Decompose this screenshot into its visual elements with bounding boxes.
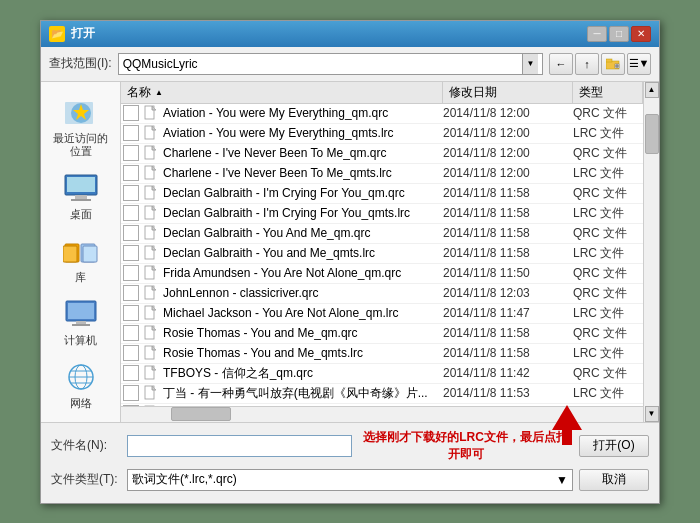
file-checkbox[interactable] — [123, 105, 139, 121]
file-date: 2014/11/8 11:42 — [443, 366, 573, 380]
cancel-button[interactable]: 取消 — [579, 469, 649, 491]
scroll-up-button[interactable]: ▲ — [645, 82, 659, 98]
svg-rect-19 — [72, 324, 90, 326]
file-name: Rosie Thomas - You and Me_qmts.lrc — [163, 346, 443, 360]
file-row[interactable]: JohnLennon - classicriver.qrc2014/11/8 1… — [121, 284, 643, 304]
title-bar-left: 📂 打开 — [49, 25, 95, 42]
svg-rect-17 — [68, 303, 94, 319]
file-date: 2014/11/8 12:00 — [443, 146, 573, 160]
col-type[interactable]: 类型 — [573, 82, 643, 103]
file-type-label: QRC 文件 — [573, 145, 643, 162]
col-name[interactable]: 名称 ▲ — [121, 82, 443, 103]
recent-icon — [63, 94, 99, 130]
file-name: Frida Amundsen - You Are Not Alone_qm.qr… — [163, 266, 443, 280]
file-row[interactable]: Rosie Thomas - You and Me_qm.qrc2014/11/… — [121, 324, 643, 344]
svg-rect-9 — [67, 177, 95, 192]
file-checkbox[interactable] — [123, 125, 139, 141]
file-name: Aviation - You were My Everything_qm.qrc — [163, 106, 443, 120]
col-date-label: 修改日期 — [449, 84, 497, 101]
file-area: 名称 ▲ 修改日期 类型 Aviation - You were My Ever… — [121, 82, 643, 422]
sidebar-item-library[interactable]: 库 — [45, 229, 117, 288]
scroll-down-button[interactable]: ▼ — [645, 406, 659, 422]
file-checkbox[interactable] — [123, 225, 139, 241]
file-row[interactable]: Declan Galbraith - I'm Crying For You_qm… — [121, 204, 643, 224]
hscroll-thumb[interactable] — [171, 407, 231, 421]
col-date[interactable]: 修改日期 — [443, 82, 573, 103]
file-row[interactable]: Aviation - You were My Everything_qmts.l… — [121, 124, 643, 144]
file-type-icon — [143, 385, 159, 401]
file-type-label: LRC 文件 — [573, 245, 643, 262]
file-row[interactable]: Charlene - I've Never Been To Me_qm.qrc2… — [121, 144, 643, 164]
desktop-icon — [63, 170, 99, 206]
bottom-section: 文件名(N): 选择刚才下载好的LRC文件，最后点打开即可 打开(O) 文件类型… — [41, 422, 659, 503]
file-checkbox[interactable] — [123, 385, 139, 401]
file-row[interactable]: Frida Amundsen - You Are Not Alone_qm.qr… — [121, 264, 643, 284]
scroll-thumb[interactable] — [645, 114, 659, 154]
vertical-scrollbar[interactable]: ▲ ▼ — [643, 82, 659, 422]
file-row[interactable]: Declan Galbraith - You And Me_qm.qrc2014… — [121, 224, 643, 244]
file-name: Charlene - I've Never Been To Me_qm.qrc — [163, 146, 443, 160]
file-row[interactable]: Rosie Thomas - You and Me_qmts.lrc2014/1… — [121, 344, 643, 364]
file-date: 2014/11/8 11:53 — [443, 386, 573, 400]
file-row[interactable]: Michael Jackson - You Are Not Alone_qm.l… — [121, 304, 643, 324]
file-name: Declan Galbraith - You and Me_qmts.lrc — [163, 246, 443, 260]
file-row[interactable]: Declan Galbraith - I'm Crying For You_qm… — [121, 184, 643, 204]
file-name: Michael Jackson - You Are Not Alone_qm.l… — [163, 306, 443, 320]
new-folder-button[interactable] — [601, 53, 625, 75]
file-type-label: QRC 文件 — [573, 325, 643, 342]
library-icon — [63, 233, 99, 269]
file-date: 2014/11/8 11:47 — [443, 306, 573, 320]
file-checkbox[interactable] — [123, 305, 139, 321]
file-row[interactable]: 丁当 - 有一种勇气叫放弃(电视剧《风中奇缘》片...2014/11/8 11:… — [121, 384, 643, 404]
file-type-icon — [143, 325, 159, 341]
file-checkbox[interactable] — [123, 185, 139, 201]
file-date: 2014/11/8 11:58 — [443, 246, 573, 260]
sidebar-item-computer[interactable]: 计算机 — [45, 292, 117, 351]
file-name: 丁当 - 有一种勇气叫放弃(电视剧《风中奇缘》片... — [163, 385, 443, 402]
filetype-select[interactable]: 歌词文件(*.lrc,*.qrc) ▼ — [127, 469, 573, 491]
file-row[interactable]: TFBOYS - 信仰之名_qm.qrc2014/11/8 11:42QRC 文… — [121, 364, 643, 384]
sidebar-item-network[interactable]: 网络 — [45, 355, 117, 414]
horizontal-scrollbar[interactable] — [121, 406, 643, 422]
file-checkbox[interactable] — [123, 365, 139, 381]
file-checkbox[interactable] — [123, 145, 139, 161]
file-checkbox[interactable] — [123, 245, 139, 261]
open-button[interactable]: 打开(O) — [579, 435, 649, 457]
minimize-button[interactable]: ─ — [587, 26, 607, 42]
sidebar-item-recent[interactable]: 最近访问的位置 — [45, 90, 117, 162]
file-name: Declan Galbraith - I'm Crying For You_qm… — [163, 206, 443, 220]
file-row[interactable]: Declan Galbraith - You and Me_qmts.lrc20… — [121, 244, 643, 264]
svg-rect-1 — [606, 59, 612, 62]
open-file-dialog: 📂 打开 ─ □ ✕ 查找范围(I): QQMusicLyric ▼ ← ↑ — [40, 20, 660, 504]
file-checkbox[interactable] — [123, 325, 139, 341]
file-type-label: LRC 文件 — [573, 205, 643, 222]
file-type-icon — [143, 305, 159, 321]
back-button[interactable]: ← — [549, 53, 573, 75]
filename-input[interactable] — [127, 435, 352, 457]
file-checkbox[interactable] — [123, 165, 139, 181]
sidebar-item-desktop[interactable]: 桌面 — [45, 166, 117, 225]
file-checkbox[interactable] — [123, 345, 139, 361]
filetype-arrow: ▼ — [556, 473, 568, 487]
file-type-label: QRC 文件 — [573, 265, 643, 282]
path-combo[interactable]: QQMusicLyric ▼ — [118, 53, 543, 75]
path-combo-arrow[interactable]: ▼ — [522, 54, 538, 74]
file-date: 2014/11/8 11:58 — [443, 326, 573, 340]
file-type-label: LRC 文件 — [573, 385, 643, 402]
file-checkbox[interactable] — [123, 265, 139, 281]
sidebar-recent-label: 最近访问的位置 — [51, 132, 111, 158]
close-button[interactable]: ✕ — [631, 26, 651, 42]
file-row[interactable]: Aviation - You were My Everything_qm.qrc… — [121, 104, 643, 124]
view-button[interactable]: ☰▼ — [627, 53, 651, 75]
file-date: 2014/11/8 11:50 — [443, 266, 573, 280]
file-type-label: LRC 文件 — [573, 165, 643, 182]
file-type-label: QRC 文件 — [573, 225, 643, 242]
up-button[interactable]: ↑ — [575, 53, 599, 75]
file-checkbox[interactable] — [123, 205, 139, 221]
computer-icon — [63, 296, 99, 332]
file-type-icon — [143, 345, 159, 361]
file-row[interactable]: Charlene - I've Never Been To Me_qmts.lr… — [121, 164, 643, 184]
file-checkbox[interactable] — [123, 285, 139, 301]
file-type-icon — [143, 265, 159, 281]
maximize-button[interactable]: □ — [609, 26, 629, 42]
